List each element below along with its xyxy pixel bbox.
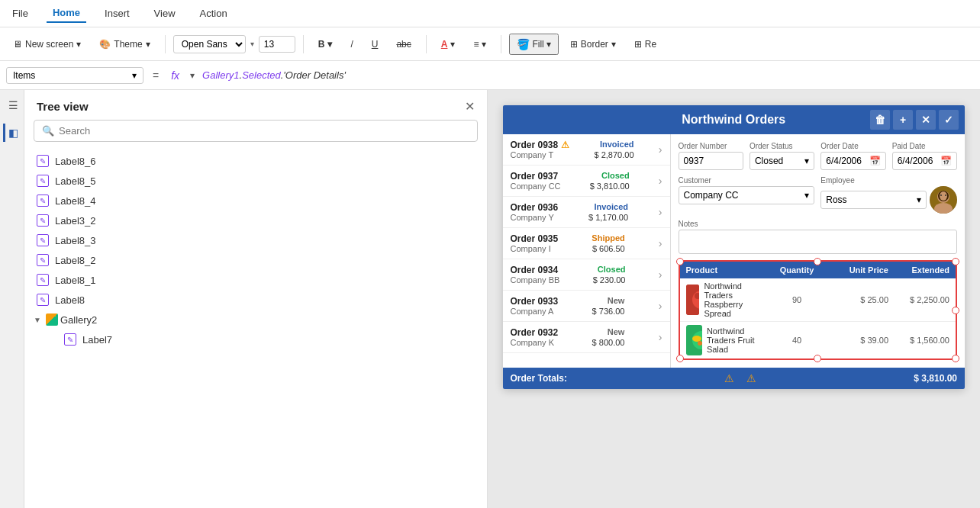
product-row-0[interactable]: Northwind Traders Raspberry Spread 90 $ … (680, 278, 956, 322)
font-size-input[interactable] (259, 36, 295, 53)
status-badge: Invoiced (594, 202, 628, 211)
menu-file[interactable]: File (6, 5, 34, 22)
equals-sign: = (148, 69, 163, 82)
toolbar: 🖥 New screen ▾ 🎨 Theme ▾ Open Sans ▾ B ▾… (0, 27, 980, 61)
re-button[interactable]: ⊞ Re (627, 35, 663, 53)
label-icon (37, 294, 49, 306)
sidebar-header: Tree view ✕ (24, 90, 487, 120)
layers-icon[interactable]: ◧ (3, 124, 21, 142)
order-date-input[interactable]: 6/4/2006 📅 (820, 152, 885, 170)
order-row-0935[interactable]: Order 0935 Company I Shipped $ 606.50 › (503, 228, 670, 259)
product-image-0 (686, 285, 700, 315)
menu-insert[interactable]: Insert (98, 5, 136, 22)
notes-label: Notes (679, 220, 958, 228)
customer-select[interactable]: Company CC ▾ (679, 186, 815, 204)
status-badge: Closed (598, 265, 626, 274)
resize-handle-bottom-right[interactable] (952, 355, 959, 362)
chevron-right-icon: › (659, 143, 662, 156)
tree-item-gallery2[interactable]: ▼ Gallery2 (24, 310, 487, 330)
name-box[interactable]: Items ▾ (6, 67, 143, 84)
sidebar-title: Tree view (37, 100, 89, 113)
resize-handle-bottom-left[interactable] (676, 355, 684, 362)
tree-item-label7[interactable]: Label7 (52, 330, 487, 349)
order-row-0936[interactable]: Order 0936 Company Y Invoiced $ 1,170.00… (503, 197, 670, 228)
product-extended-0: $ 2,250.00 (888, 295, 949, 304)
search-icon: 🔍 (42, 125, 54, 137)
tree-item-label8[interactable]: Label8 (24, 290, 487, 310)
resize-handle-top-right[interactable] (952, 258, 959, 265)
strikethrough-button[interactable]: abc (389, 35, 417, 53)
product-image-1 (686, 325, 702, 355)
paid-date-input[interactable]: 6/4/2006 📅 (892, 152, 957, 170)
resize-handle-right[interactable] (952, 307, 959, 314)
delete-button[interactable]: 🗑 (870, 110, 890, 130)
hamburger-icon[interactable]: ☰ (3, 96, 21, 114)
product-unit-price-0: $ 25.00 (827, 295, 888, 304)
notes-input[interactable] (679, 230, 958, 254)
app-footer: Order Totals: ⚠ ⚠ $ 3,810.00 (503, 368, 965, 389)
order-info: Order 0937 Company CC (511, 171, 561, 191)
border-button[interactable]: ⊞ Border ▾ (563, 35, 623, 53)
resize-handle-bottom[interactable] (814, 355, 821, 362)
chevron-down-icon: ▾ (132, 70, 137, 81)
search-input[interactable] (59, 125, 469, 137)
order-date-label: Order Date (820, 142, 885, 150)
notes-section: Notes (679, 220, 958, 254)
fill-button[interactable]: 🪣 Fill ▾ (509, 34, 558, 55)
order-row-0932[interactable]: Order 0932 Company K New $ 800.00 › (503, 322, 670, 353)
order-right: New $ 800.00 (592, 327, 625, 347)
menu-bar: File Home Insert View Action (0, 0, 980, 27)
close-button[interactable]: ✕ (916, 110, 936, 130)
resize-handle-top-left[interactable] (676, 258, 684, 265)
employee-select[interactable]: Ross ▾ (820, 191, 927, 209)
status-badge: Closed (601, 171, 630, 180)
underline-button[interactable]: U (365, 35, 385, 53)
customer-label: Customer (679, 176, 815, 185)
bold-button[interactable]: B ▾ (311, 35, 340, 53)
font-color-button[interactable]: A ▾ (434, 35, 463, 53)
chevron-right-icon: › (659, 268, 662, 281)
app-header-actions: 🗑 + ✕ ✓ (870, 110, 959, 130)
orders-list: Order 0938 ⚠ Company T Invoiced $ 2,870.… (503, 134, 671, 368)
order-status-select[interactable]: Closed ▾ (750, 152, 814, 170)
order-amount: $ 2,870.00 (595, 150, 634, 159)
left-icon-panel: ☰ ◧ (0, 90, 24, 508)
font-family-select[interactable]: Open Sans (173, 35, 246, 53)
tree-item-label8-6[interactable]: Label8_6 (24, 151, 487, 171)
order-row-0937[interactable]: Order 0937 Company CC Closed $ 3,810.00 … (503, 166, 670, 197)
chevron-down-icon: ▾ (917, 195, 921, 205)
menu-home[interactable]: Home (47, 4, 86, 23)
svg-point-6 (945, 195, 946, 196)
label-icon (37, 155, 49, 167)
check-button[interactable]: ✓ (939, 110, 959, 130)
new-screen-button[interactable]: 🖥 New screen ▾ (6, 35, 88, 53)
order-row-0933[interactable]: Order 0933 Company A New $ 736.00 › (503, 291, 670, 322)
label-icon (37, 234, 49, 246)
close-button[interactable]: ✕ (465, 99, 475, 114)
tree-item-label3-2[interactable]: Label3_2 (24, 211, 487, 230)
re-icon: ⊞ (634, 39, 642, 50)
product-row-1[interactable]: Northwind Traders Fruit Salad 40 $ 39.00… (680, 322, 956, 358)
menu-action[interactable]: Action (194, 5, 234, 22)
paid-date-field: Paid Date 6/4/2006 📅 (892, 142, 957, 170)
order-number-value[interactable]: 0937 (679, 152, 743, 170)
resize-handle-top[interactable] (814, 258, 821, 265)
order-row-0934[interactable]: Order 0934 Company BB Closed $ 230.00 › (503, 259, 670, 291)
employee-avatar (930, 186, 957, 214)
tree-item-label8-2[interactable]: Label8_2 (24, 250, 487, 270)
tree-item-label8-4[interactable]: Label8_4 (24, 191, 487, 211)
tree-item-label8-5[interactable]: Label8_5 (24, 171, 487, 191)
formula-expand-icon[interactable]: ▾ (187, 70, 198, 81)
italic-button[interactable]: / (343, 35, 359, 53)
order-row-0938[interactable]: Order 0938 ⚠ Company T Invoiced $ 2,870.… (503, 134, 670, 166)
menu-view[interactable]: View (148, 5, 182, 22)
align-button[interactable]: ≡ ▾ (466, 35, 493, 53)
col-unit-price: Unit Price (827, 265, 888, 275)
tree-item-label8-3[interactable]: Label8_3 (24, 230, 487, 250)
theme-button[interactable]: 🎨 Theme ▾ (92, 35, 156, 53)
formula-input[interactable]: Gallery1.Selected.'Order Details' (202, 69, 974, 81)
detail-panel: Order Number 0937 Order Status Closed ▾ … (671, 134, 965, 368)
footer-warnings: ⚠ ⚠ (724, 372, 756, 384)
tree-item-label8-1[interactable]: Label8_1 (24, 270, 487, 290)
add-button[interactable]: + (893, 110, 913, 130)
